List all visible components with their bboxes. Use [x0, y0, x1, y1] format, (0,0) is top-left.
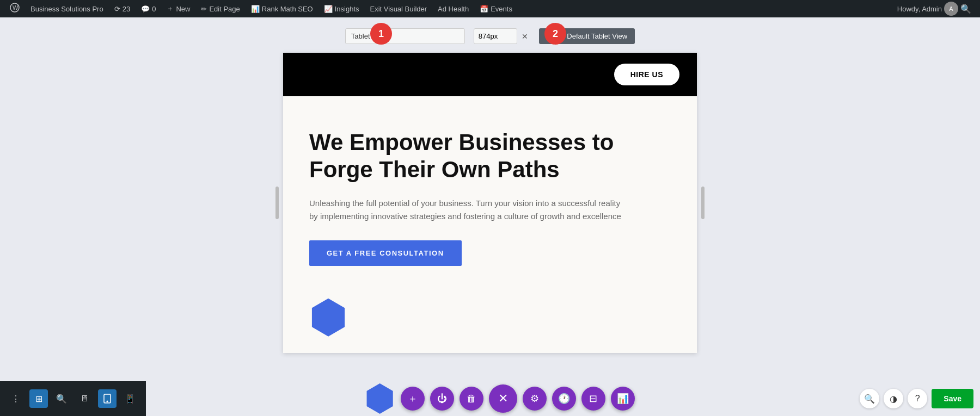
preview-nav: HIRE US [283, 53, 697, 96]
exit-vb-item[interactable]: Exit Visual Builder [365, 0, 433, 17]
events-label: Events [491, 5, 512, 13]
clock-button[interactable]: 🕐 [552, 387, 576, 411]
view-select-wrap: Tablet View Desktop View Mobile View [345, 28, 465, 44]
admin-bar: W Business Solutions Pro ⟳ 23 💬 0 ＋ New … [0, 0, 980, 17]
bottom-right-tools: 🔍 ◑ ? Save [853, 381, 980, 416]
updates-count: 23 [122, 5, 130, 13]
edit-page-label: Edit Page [209, 5, 240, 13]
rank-math-label: Rank Math SEO [262, 5, 313, 13]
svg-text:W: W [13, 4, 19, 11]
hero-heading: We Empower Businesses to Forge Their Own… [309, 129, 625, 184]
insights-icon: 📈 [324, 5, 333, 13]
bottom-toolbar: ⋮ ⊞ 🔍 🖥 📱 ＋ ⏻ 🗑 ✕ ⚙ 🕐 ⊟ 📊 🔍 ◑ ? Save [0, 381, 980, 416]
power-button[interactable]: ⏻ [430, 387, 454, 411]
preview-hero: We Empower Businesses to Forge Their Own… [283, 96, 697, 288]
desktop-view-button[interactable]: 🖥 [75, 389, 94, 408]
search-right-button[interactable]: 🔍 [860, 389, 879, 408]
layout-icon-button[interactable]: ⊞ [29, 389, 48, 408]
edit-page-item[interactable]: ✏ Edit Page [195, 0, 245, 17]
svg-point-3 [107, 401, 108, 402]
comments-count: 0 [152, 5, 156, 13]
comments-icon: 💬 [141, 5, 150, 13]
new-item[interactable]: ＋ New [161, 0, 195, 17]
rank-math-icon: 📊 [251, 5, 260, 13]
step-badge-2: 2 [544, 23, 566, 45]
clear-width-button[interactable]: ✕ [519, 32, 530, 41]
menu-icon-button[interactable]: ⋮ [7, 389, 25, 408]
site-name-item[interactable]: Business Solutions Pro [25, 0, 109, 17]
bottom-center-tools: ＋ ⏻ 🗑 ✕ ⚙ 🕐 ⊟ 📊 [146, 381, 853, 416]
bottom-left-tools: ⋮ ⊞ 🔍 🖥 📱 [0, 381, 146, 416]
preview-logo-row [283, 288, 697, 353]
rank-math-item[interactable]: 📊 Rank Math SEO [246, 0, 318, 17]
toolbar-row: 1 Tablet View Desktop View Mobile View ✕… [0, 28, 980, 44]
width-input[interactable] [474, 28, 517, 44]
page-preview: HIRE US We Empower Businesses to Forge T… [283, 53, 697, 353]
events-icon: 📅 [480, 5, 488, 13]
tablet-view-button[interactable] [98, 389, 117, 408]
ad-health-item[interactable]: Ad Health [432, 0, 474, 17]
site-name-label: Business Solutions Pro [30, 5, 103, 13]
resize-handle-left[interactable] [275, 187, 279, 219]
trash-button[interactable]: 🗑 [460, 387, 483, 411]
search-icon[interactable]: 🔍 [960, 4, 971, 14]
logo-hex-icon [309, 299, 347, 337]
px-input-wrap: ✕ [474, 28, 530, 44]
updates-item[interactable]: ⟳ 23 [109, 0, 136, 17]
analytics-button[interactable]: 📊 [611, 387, 635, 411]
sliders-button[interactable]: ⊟ [581, 387, 605, 411]
divi-logo-button[interactable] [365, 383, 395, 414]
help-button[interactable]: ? [908, 389, 927, 408]
add-module-button[interactable]: ＋ [401, 387, 425, 411]
hire-us-button[interactable]: HIRE US [614, 64, 679, 85]
comments-item[interactable]: 💬 0 [136, 0, 161, 17]
ad-health-label: Ad Health [438, 5, 469, 13]
plus-icon: ＋ [167, 4, 174, 14]
insights-item[interactable]: 📈 Insights [318, 0, 365, 17]
wp-logo[interactable]: W [4, 0, 25, 17]
view-select[interactable]: Tablet View Desktop View Mobile View [345, 28, 465, 44]
main-area: 1 Tablet View Desktop View Mobile View ✕… [0, 17, 980, 416]
settings-button[interactable]: ⚙ [523, 387, 547, 411]
close-button[interactable]: ✕ [489, 384, 517, 413]
avatar[interactable]: A [944, 2, 958, 16]
insights-label: Insights [335, 5, 359, 13]
search-tool-button[interactable]: 🔍 [52, 389, 71, 408]
exit-vb-label: Exit Visual Builder [370, 5, 427, 13]
save-button[interactable]: Save [932, 389, 973, 408]
cta-button[interactable]: GET A FREE CONSULTATION [309, 240, 462, 266]
wordpress-icon: W [10, 3, 20, 15]
new-label: New [176, 5, 190, 13]
updates-icon: ⟳ [114, 5, 120, 13]
layers-button[interactable]: ◑ [884, 389, 903, 408]
resize-handle-right[interactable] [701, 187, 705, 219]
howdy-label: Howdy, Admin [897, 5, 942, 13]
events-item[interactable]: 📅 Events [474, 0, 518, 17]
admin-bar-right: Howdy, Admin A 🔍 [897, 2, 976, 16]
edit-icon: ✏ [201, 5, 207, 13]
page-preview-wrapper: HIRE US We Empower Businesses to Forge T… [283, 53, 697, 353]
step-badge-1: 1 [370, 23, 392, 45]
hero-subtext: Unleashing the full potential of your bu… [309, 197, 630, 223]
mobile-view-button[interactable]: 📱 [121, 389, 139, 408]
